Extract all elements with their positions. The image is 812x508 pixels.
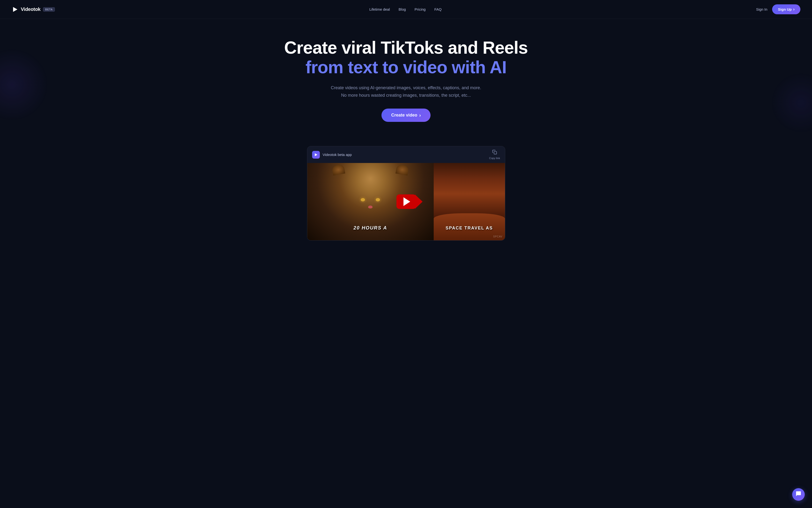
copy-link-button[interactable]: Copy link bbox=[489, 150, 500, 160]
video-title: Videotok beta app bbox=[323, 153, 352, 157]
video-title-area: Videotok beta app bbox=[312, 151, 352, 159]
copy-link-icon bbox=[492, 150, 497, 156]
navbar: Videotok BETA Lifetime deal Blog Pricing… bbox=[0, 0, 812, 19]
nav-lifetime-deal[interactable]: Lifetime deal bbox=[369, 7, 390, 11]
hero-title-line1: Create viral TikToks and Reels bbox=[284, 38, 528, 57]
svg-rect-2 bbox=[494, 152, 497, 154]
video-container: Videotok beta app Copy link bbox=[307, 146, 505, 241]
hero-subtitle: Create videos using AI-generated images,… bbox=[329, 84, 484, 99]
video-header: Videotok beta app Copy link bbox=[307, 146, 505, 163]
video-section: Videotok beta app Copy link bbox=[0, 136, 812, 241]
nav-blog[interactable]: Blog bbox=[399, 7, 406, 11]
nav-faq[interactable]: FAQ bbox=[435, 7, 442, 11]
copy-link-label: Copy link bbox=[489, 157, 500, 160]
svg-marker-0 bbox=[13, 7, 17, 12]
spaceship-watermark: SPCAV bbox=[493, 235, 502, 238]
logo-icon[interactable] bbox=[12, 6, 18, 13]
video-right-panel: SPACE TRAVEL AS SPCAV bbox=[434, 163, 505, 240]
cta-arrow-icon: › bbox=[419, 113, 421, 118]
play-arrow-tail bbox=[415, 195, 422, 209]
sign-in-button[interactable]: Sign In bbox=[756, 7, 768, 11]
sign-up-button[interactable]: Sign Up › bbox=[772, 4, 800, 14]
hero-title-line2: from text to video with AI bbox=[306, 57, 506, 77]
nav-links: Lifetime deal Blog Pricing FAQ bbox=[369, 7, 442, 11]
lion-eyes bbox=[360, 198, 380, 202]
beta-badge: BETA bbox=[43, 7, 55, 12]
video-logo-icon bbox=[312, 151, 320, 159]
chat-bubble-button[interactable] bbox=[792, 488, 805, 501]
play-button[interactable] bbox=[397, 195, 416, 209]
lion-eye-left bbox=[360, 198, 365, 202]
video-display: 20 HOURS A bbox=[307, 163, 505, 240]
lion-eye-right bbox=[375, 198, 380, 202]
lion-nose bbox=[368, 206, 372, 208]
svg-marker-1 bbox=[315, 153, 317, 156]
auth-buttons: Sign In Sign Up › bbox=[756, 4, 800, 14]
lion-nose-area bbox=[368, 206, 372, 208]
create-video-button[interactable]: Create video › bbox=[381, 109, 431, 122]
sign-up-arrow-icon: › bbox=[793, 7, 795, 12]
video-right-caption: SPACE TRAVEL AS bbox=[434, 225, 505, 231]
chat-icon bbox=[796, 491, 801, 498]
logo-area: Videotok BETA bbox=[12, 6, 55, 13]
play-triangle-icon bbox=[403, 197, 410, 206]
video-left-caption: 20 HOURS A bbox=[307, 225, 434, 231]
brand-name: Videotok bbox=[21, 6, 41, 12]
play-button-bg bbox=[397, 195, 416, 209]
nav-pricing[interactable]: Pricing bbox=[415, 7, 426, 11]
hero-section: Create viral TikToks and Reels from text… bbox=[0, 19, 812, 136]
